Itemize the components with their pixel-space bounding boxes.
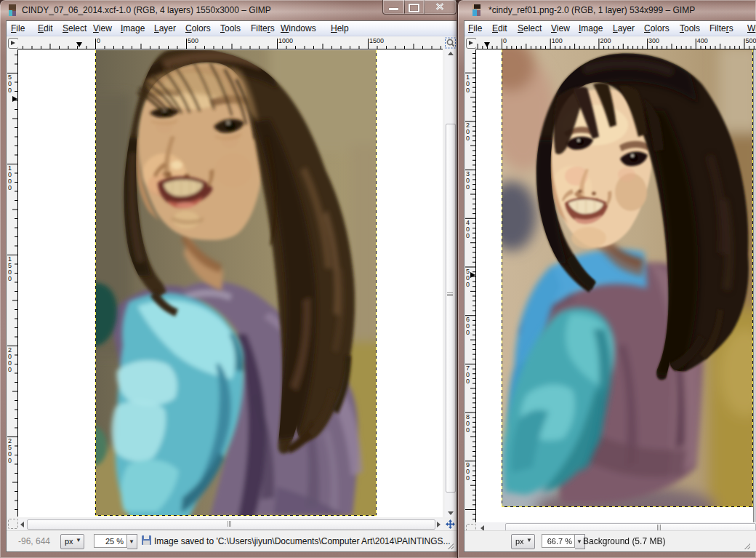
svg-text:0: 0 xyxy=(466,87,470,94)
svg-text:0: 0 xyxy=(466,183,470,191)
svg-text:0: 0 xyxy=(8,275,12,282)
svg-text:0: 0 xyxy=(466,474,470,482)
svg-text:500: 500 xyxy=(188,37,198,44)
svg-text:0: 0 xyxy=(8,87,12,94)
svg-text:0: 0 xyxy=(466,232,470,239)
svg-text:0: 0 xyxy=(466,281,470,288)
svg-text:1000: 1000 xyxy=(278,37,293,44)
svg-text:1500: 1500 xyxy=(369,37,384,44)
svg-text:0: 0 xyxy=(8,184,12,191)
svg-text:200: 200 xyxy=(600,37,611,44)
svg-text:100: 100 xyxy=(552,37,563,44)
svg-text:0: 0 xyxy=(466,426,470,434)
svg-text:0: 0 xyxy=(8,366,12,373)
svg-text:0: 0 xyxy=(8,457,12,464)
svg-text:500: 500 xyxy=(746,37,756,44)
svg-text:400: 400 xyxy=(697,37,708,44)
svg-text:0: 0 xyxy=(503,37,507,44)
svg-text:300: 300 xyxy=(648,37,659,44)
svg-text:0: 0 xyxy=(97,37,100,44)
svg-text:0: 0 xyxy=(466,378,470,385)
svg-text:0: 0 xyxy=(466,329,470,336)
svg-text:0: 0 xyxy=(466,135,470,142)
